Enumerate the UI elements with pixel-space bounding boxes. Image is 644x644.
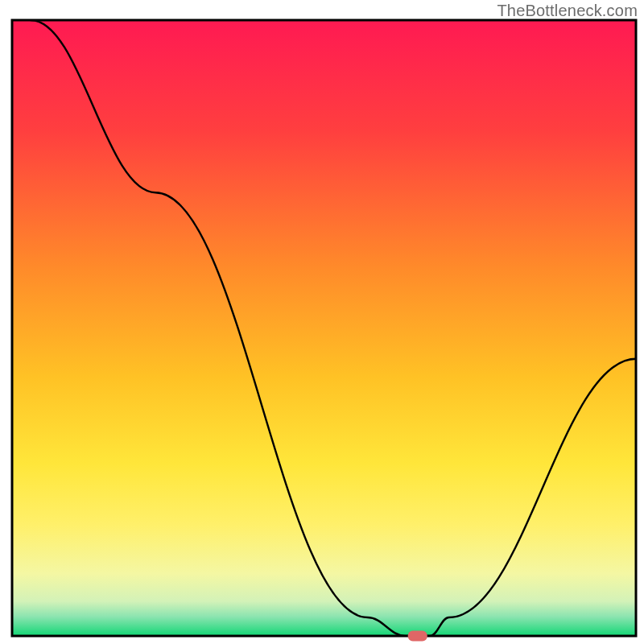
bottleneck-chart: TheBottleneck.com — [0, 0, 644, 644]
chart-canvas — [0, 0, 644, 644]
gradient-background — [13, 21, 635, 635]
optimal-marker — [408, 631, 427, 642]
attribution-label: TheBottleneck.com — [497, 2, 638, 20]
